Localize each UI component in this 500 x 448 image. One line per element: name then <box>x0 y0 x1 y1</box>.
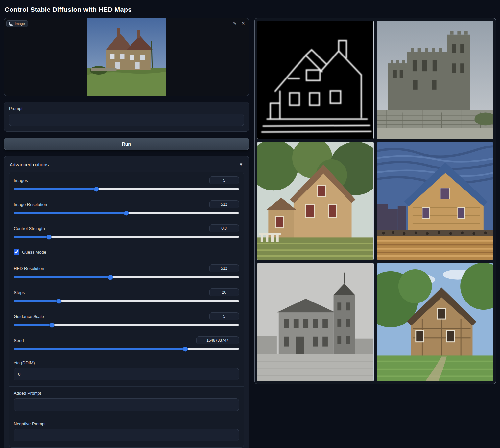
gallery-item-stone-castle[interactable] <box>377 21 493 139</box>
slider-label: Steps <box>14 290 25 295</box>
slider-label: Guidance Scale <box>14 314 44 319</box>
control-strength-slider-track[interactable] <box>14 236 239 238</box>
edit-image-button[interactable]: ✎ <box>232 20 237 26</box>
hed-resolution-slider-track[interactable] <box>14 276 239 278</box>
guess-mode-row: Guess Mode <box>9 244 244 260</box>
slider-handle[interactable] <box>124 211 129 215</box>
gallery-item-hed-edge-map[interactable] <box>257 21 374 139</box>
image-label-badge: Image <box>6 20 28 27</box>
controls-column: Image ✎ ✕ <box>4 18 249 448</box>
output-gallery <box>254 18 496 384</box>
advanced-options-panel: Advanced options ▼ Images Image <box>4 156 249 448</box>
added-prompt-label: Added Prompt <box>14 391 239 396</box>
image-resolution-value-input[interactable] <box>209 200 239 208</box>
eta-row: eta (DDIM) <box>9 356 244 386</box>
gallery-item-blue-sky-painting[interactable] <box>377 142 493 260</box>
added-prompt-input[interactable] <box>14 398 239 411</box>
negative-prompt-input[interactable] <box>14 429 239 441</box>
slider-label: Seed <box>14 338 24 343</box>
seed-value-input[interactable] <box>196 336 239 344</box>
seed-slider-track[interactable] <box>14 348 239 350</box>
main-layout: Image ✎ ✕ <box>4 18 496 448</box>
uploaded-house-photo <box>87 18 166 96</box>
slider-handle[interactable] <box>50 323 55 327</box>
slider-label: Image Resolution <box>14 202 47 207</box>
slider-hed-resolution: HED Resolution <box>9 260 244 284</box>
steps-value-input[interactable] <box>209 288 239 296</box>
negative-prompt-row: Negative Prompt <box>9 417 244 447</box>
eta-label: eta (DDIM) <box>14 360 239 365</box>
slider-handle[interactable] <box>56 299 61 303</box>
slider-steps: Steps <box>9 284 244 308</box>
images-value-input[interactable] <box>209 176 239 184</box>
guidance-scale-value-input[interactable] <box>209 312 239 320</box>
page-title: Control Stable Diffusion with HED Maps <box>4 3 496 18</box>
slider-image-resolution: Image Resolution <box>9 196 244 220</box>
images-slider-track[interactable] <box>14 188 239 190</box>
slider-seed: Seed <box>9 332 244 356</box>
slider-handle[interactable] <box>108 275 113 280</box>
slider-handle[interactable] <box>47 235 52 239</box>
added-prompt-row: Added Prompt <box>9 386 244 417</box>
prompt-input[interactable] <box>9 114 244 126</box>
slider-images: Images <box>9 172 244 196</box>
guess-mode-label: Guess Mode <box>22 250 46 255</box>
control-strength-value-input[interactable] <box>209 224 239 232</box>
image-resolution-slider-track[interactable] <box>14 212 239 214</box>
slider-control-strength: Control Strength <box>9 220 244 244</box>
guidance-scale-slider-track[interactable] <box>14 324 239 326</box>
chevron-down-icon: ▼ <box>239 162 243 167</box>
slider-guidance-scale: Guidance Scale <box>9 308 244 332</box>
slider-label: HED Resolution <box>14 266 44 271</box>
slider-label: Control Strength <box>14 226 45 231</box>
gallery-item-painterly-house[interactable] <box>257 142 374 260</box>
run-button[interactable]: Run <box>4 138 249 150</box>
advanced-options-body: Images Image Resolution <box>9 172 244 448</box>
advanced-options-title: Advanced options <box>10 162 49 167</box>
prompt-label: Prompt <box>9 106 244 111</box>
eta-input[interactable] <box>14 368 239 380</box>
guess-mode-checkbox[interactable] <box>14 249 19 255</box>
image-input-panel: Image ✎ ✕ <box>4 18 249 96</box>
hed-resolution-value-input[interactable] <box>209 264 239 272</box>
negative-prompt-label: Negative Prompt <box>14 421 239 426</box>
prompt-panel: Prompt <box>4 102 249 132</box>
gallery-item-house-with-trees[interactable] <box>377 263 493 381</box>
steps-slider-track[interactable] <box>14 300 239 302</box>
slider-handle[interactable] <box>183 347 188 351</box>
advanced-options-accordion[interactable]: Advanced options ▼ <box>4 156 249 172</box>
slider-handle[interactable] <box>94 187 99 191</box>
uploaded-image[interactable] <box>4 18 249 96</box>
clear-image-button[interactable]: ✕ <box>241 20 246 26</box>
close-icon: ✕ <box>241 21 245 26</box>
gallery-item-grayscale-building[interactable] <box>257 263 374 381</box>
pencil-icon: ✎ <box>233 21 237 26</box>
slider-label: Images <box>14 178 28 183</box>
image-label: Image <box>15 22 25 26</box>
image-icon <box>9 22 13 26</box>
